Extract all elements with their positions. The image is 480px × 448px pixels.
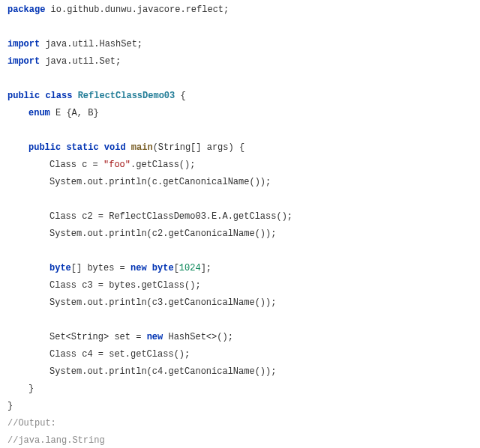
code-line: public class ReflectClassDemo03 { xyxy=(8,88,480,105)
code-line: import java.util.HashSet; xyxy=(8,36,480,53)
keyword-new: new xyxy=(147,332,164,342)
code-text: Class c3 = bytes.getClass(); xyxy=(50,280,201,291)
keyword-import: import xyxy=(8,56,40,67)
code-line: } xyxy=(8,381,480,398)
code-text: System.out.println(c.getCanonicalName())… xyxy=(50,177,271,187)
code-line: Class c = "foo".getClass(); xyxy=(8,157,480,174)
keyword-new: new xyxy=(130,263,147,273)
code-text: Class c = xyxy=(50,160,104,170)
code-text: System.out.println(c3.getCanonicalName()… xyxy=(50,297,276,308)
keyword-byte: byte xyxy=(50,263,71,273)
code-text: ]; xyxy=(201,263,212,273)
comment-text: //Output: xyxy=(8,418,56,429)
code-line: } xyxy=(8,398,480,415)
code-text: [] bytes = xyxy=(71,263,130,273)
code-text: Set<String> set = xyxy=(50,332,147,342)
code-line: byte[] bytes = new byte[1024]; xyxy=(8,260,480,277)
code-line: public static void main(String[] args) { xyxy=(8,139,480,157)
code-line: Set<String> set = new HashSet<>(); xyxy=(8,329,480,346)
number-literal: 1024 xyxy=(179,263,201,273)
keyword-public: public xyxy=(8,91,40,101)
code-line: System.out.println(c3.getCanonicalName()… xyxy=(8,294,480,312)
code-line: Class c2 = ReflectClassDemo03.E.A.getCla… xyxy=(8,208,480,225)
blank-line xyxy=(8,70,480,88)
string-literal: "foo" xyxy=(104,160,130,170)
code-line: package io.github.dunwu.javacore.reflect… xyxy=(8,1,480,19)
keyword-enum: enum xyxy=(28,108,50,118)
import-path: java.util.HashSet; xyxy=(40,39,142,49)
code-text: .getClass(); xyxy=(130,160,195,170)
keyword-package: package xyxy=(8,4,45,15)
code-line: System.out.println(c2.getCanonicalName()… xyxy=(8,225,480,243)
brace: { xyxy=(175,91,185,101)
code-text: [ xyxy=(174,263,179,273)
brace: } xyxy=(8,401,13,411)
import-path: java.util.Set; xyxy=(40,56,121,67)
blank-line xyxy=(8,191,480,208)
blank-line xyxy=(8,122,480,139)
code-line: System.out.println(c4.getCanonicalName()… xyxy=(8,363,480,381)
code-text: Class c2 = ReflectClassDemo03.E.A.getCla… xyxy=(50,211,292,222)
blank-line xyxy=(8,19,480,36)
enum-decl: E {A, B} xyxy=(50,108,99,118)
code-line: enum E {A, B} xyxy=(8,105,480,122)
code-line: System.out.println(c.getCanonicalName())… xyxy=(8,174,480,191)
keyword-import: import xyxy=(8,39,40,49)
method-args: (String[] args) { xyxy=(153,142,244,153)
comment-line: //Output: xyxy=(8,415,480,432)
comment-text: //java.lang.String xyxy=(8,435,105,446)
keyword-static: static xyxy=(66,142,98,153)
comment-line: //java.lang.String xyxy=(8,432,480,448)
code-text: System.out.println(c4.getCanonicalName()… xyxy=(50,366,276,377)
keyword-class: class xyxy=(45,91,72,101)
code-text: Class c4 = set.getClass(); xyxy=(50,349,190,360)
class-name: ReflectClassDemo03 xyxy=(78,91,176,101)
code-text: HashSet<>(); xyxy=(163,332,233,342)
keyword-void: void xyxy=(104,142,126,153)
keyword-byte: byte xyxy=(147,263,174,273)
blank-line xyxy=(8,243,480,260)
brace: } xyxy=(28,384,34,394)
method-name: main xyxy=(131,142,153,153)
code-text: System.out.println(c2.getCanonicalName()… xyxy=(50,228,276,239)
code-line: Class c3 = bytes.getClass(); xyxy=(8,277,480,294)
keyword-public: public xyxy=(28,142,61,153)
code-line: import java.util.Set; xyxy=(8,53,480,70)
code-line: Class c4 = set.getClass(); xyxy=(8,346,480,363)
blank-line xyxy=(8,312,480,329)
package-path: io.github.dunwu.javacore.reflect; xyxy=(45,4,229,15)
